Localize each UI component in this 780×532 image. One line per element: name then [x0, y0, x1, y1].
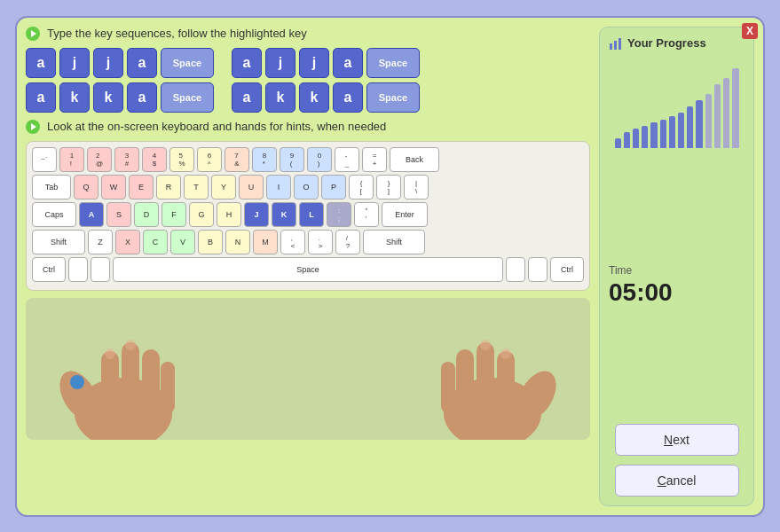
instruction-1: Type the key sequences, follow the highl… [26, 27, 590, 41]
next-button-text: ext [673, 433, 689, 447]
key-j-4: j [299, 48, 329, 78]
svg-rect-19 [618, 38, 621, 50]
key-k-3: k [265, 82, 295, 113]
key-f-kb[interactable]: F [162, 202, 186, 227]
key-a-1: a [26, 48, 56, 78]
key-equals[interactable]: =+ [362, 147, 387, 172]
chart-icon [609, 36, 623, 51]
key-h-kb[interactable]: H [217, 202, 241, 227]
key-6[interactable]: 6^ [197, 147, 222, 172]
key-space-3: Space [366, 48, 420, 78]
key-space-kb[interactable]: Space [113, 257, 503, 282]
svg-rect-17 [610, 43, 612, 50]
key-7[interactable]: 7& [225, 147, 249, 172]
progress-bar-4 [650, 122, 657, 148]
svg-rect-14 [441, 362, 455, 413]
key-alt-left[interactable] [91, 257, 110, 282]
play-icon-1[interactable] [26, 27, 40, 41]
svg-point-8 [70, 375, 84, 389]
key-space-4: Space [366, 82, 420, 113]
key-p[interactable]: P [321, 175, 346, 200]
cancel-button[interactable]: Cancel [615, 465, 739, 497]
key-win-right[interactable] [528, 257, 548, 282]
left-panel: Type the key sequences, follow the highl… [26, 27, 590, 506]
key-r[interactable]: R [156, 175, 181, 200]
key-9[interactable]: 9( [280, 147, 304, 172]
key-m[interactable]: M [253, 230, 278, 254]
seq-row-2-2: a k k a Space [232, 82, 420, 113]
kb-row-5: Ctrl Space Ctrl [32, 257, 584, 282]
key-a-6: a [333, 48, 363, 78]
key-5[interactable]: 5% [169, 147, 194, 172]
progress-bar-3 [642, 126, 648, 148]
svg-rect-5 [161, 362, 175, 413]
key-a-kb[interactable]: A [79, 202, 104, 227]
kb-row-2: Tab Q W E R T Y U I O P {[ }] |\ [32, 175, 584, 200]
key-1[interactable]: 1! [59, 147, 84, 172]
key-n[interactable]: N [225, 230, 250, 254]
key-w[interactable]: W [101, 175, 126, 200]
play-icon-2[interactable] [26, 120, 40, 134]
key-ctrl-left[interactable]: Ctrl [32, 257, 66, 282]
key-k-4: k [299, 82, 329, 113]
key-x[interactable]: X [115, 230, 140, 254]
key-d-kb[interactable]: D [134, 202, 159, 227]
key-back[interactable]: Back [390, 147, 439, 172]
key-rbrace[interactable]: }] [376, 175, 401, 200]
key-lbrace[interactable]: {[ [349, 175, 374, 200]
key-z[interactable]: Z [88, 230, 113, 254]
key-u[interactable]: U [239, 175, 264, 200]
progress-bar-6 [669, 116, 675, 148]
main-container: X Type the key sequences, follow the hig… [15, 16, 765, 517]
key-shift-right[interactable]: Shift [363, 230, 425, 254]
key-enter[interactable]: Enter [382, 202, 428, 227]
key-l-kb[interactable]: L [299, 202, 324, 227]
seq-row-1-1: a j j a Space [26, 48, 214, 78]
key-j-kb[interactable]: J [244, 202, 269, 227]
key-tilde[interactable]: ~` [32, 147, 57, 172]
next-button[interactable]: Next [615, 424, 739, 456]
key-colon[interactable]: :; [327, 202, 351, 227]
key-q[interactable]: Q [74, 175, 98, 200]
key-i[interactable]: I [266, 175, 291, 200]
hands-area [26, 298, 590, 440]
key-tab[interactable]: Tab [32, 175, 71, 200]
seq-row-1-2: a k k a Space [26, 82, 214, 113]
key-k-kb[interactable]: K [272, 202, 296, 227]
key-3[interactable]: 3# [114, 147, 139, 172]
key-2[interactable]: 2@ [87, 147, 112, 172]
key-c[interactable]: C [143, 230, 168, 254]
progress-bar-5 [660, 120, 666, 148]
svg-point-16 [480, 340, 491, 350]
key-quote[interactable]: "' [354, 202, 379, 227]
key-minus[interactable]: -_ [335, 147, 359, 172]
key-g-kb[interactable]: G [189, 202, 214, 227]
key-s-kb[interactable]: S [106, 202, 131, 227]
key-comma[interactable]: ,< [280, 230, 305, 254]
key-b[interactable]: B [198, 230, 223, 254]
key-v[interactable]: V [170, 230, 195, 254]
key-shift-left[interactable]: Shift [32, 230, 85, 254]
close-button[interactable]: X [742, 23, 758, 39]
key-o[interactable]: O [294, 175, 319, 200]
key-caps[interactable]: Caps [32, 202, 76, 227]
key-alt-right[interactable] [506, 257, 525, 282]
svg-rect-13 [456, 349, 474, 411]
key-pipe[interactable]: |\ [404, 175, 429, 200]
key-4[interactable]: 4$ [142, 147, 167, 172]
keyboard: ~` 1! 2@ 3# 4$ 5% 6^ 7& 8* 9( 0) -_ =+ B… [26, 141, 590, 291]
key-y[interactable]: Y [211, 175, 236, 200]
progress-bar-12 [723, 78, 729, 148]
key-a-2: a [127, 48, 157, 78]
progress-bar-7 [678, 113, 684, 148]
key-t[interactable]: T [184, 175, 209, 200]
key-0[interactable]: 0) [307, 147, 332, 172]
key-8[interactable]: 8* [252, 147, 277, 172]
key-e[interactable]: E [129, 175, 154, 200]
key-period[interactable]: .> [308, 230, 333, 254]
key-ctrl-right[interactable]: Ctrl [550, 257, 584, 282]
seq-group-2: a j j a Space a k k a Space [232, 48, 420, 113]
progress-bar-13 [732, 68, 738, 148]
key-slash[interactable]: /? [335, 230, 360, 254]
key-win-left[interactable] [68, 257, 88, 282]
